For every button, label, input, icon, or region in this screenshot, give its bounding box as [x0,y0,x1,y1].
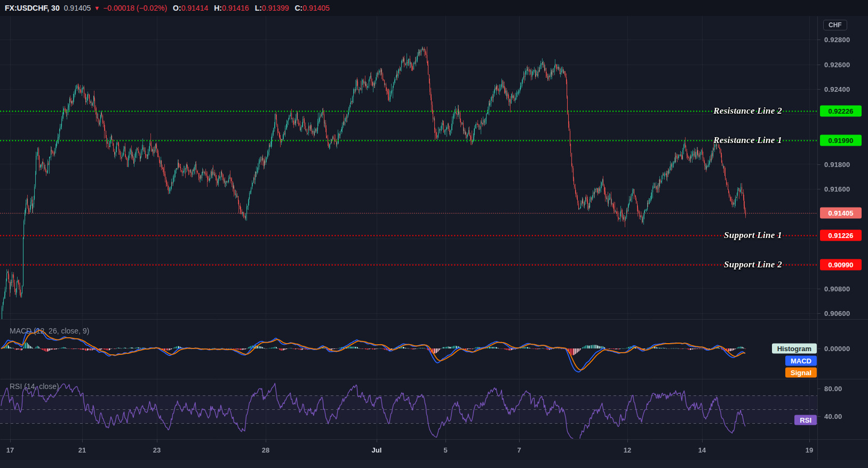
rsi-badge: RSI [794,415,817,425]
time-axis-label: Jul [372,446,382,454]
bottom-strip [0,460,868,468]
macd-badge: MACD [785,356,817,366]
time-axis-label: 28 [262,446,269,454]
price-badge-support-1: 0.91226 [820,230,862,241]
ohlc-close-label: C: [294,4,302,12]
header-bar: FX:USDCHF, 30 0.91405 ▼ −0.00018 (−0.02%… [0,0,868,16]
price-tick-label: 0.91600 [824,185,850,193]
price-tick-label: 0.91800 [824,161,850,169]
macd-title[interactable]: MACD (12, 26, close, 9) [10,327,89,335]
price-badge-resistance-2: 0.92226 [820,105,862,116]
support-line-2-label[interactable]: Support Line 2 [724,259,782,270]
signal-badge: Signal [785,368,817,378]
price-badge-support-2: 0.90990 [820,259,862,271]
rsi-title[interactable]: RSI (14, close) [10,382,59,391]
time-axis-label: 12 [624,446,631,454]
ohlc-high-label: H: [214,4,222,12]
indicator-axis-label: 80.00 [824,385,842,393]
ohlc-low-value: 0.91399 [262,4,289,12]
ohlc-high-value: 0.91416 [222,4,249,12]
support-line-1-label[interactable]: Support Line 1 [724,230,782,241]
histogram-badge: Histogram [772,344,817,354]
price-tick-label: 0.92800 [824,36,850,44]
time-axis-label: 14 [698,446,706,454]
price-tick-label: 0.92600 [824,61,850,69]
time-axis-label: 7 [517,446,521,454]
indicator-axis-label: 40.00 [824,413,842,421]
ohlc-high: H:0.91416 [214,4,249,12]
ohlc-close-value: 0.91405 [302,4,330,12]
ohlc-low-label: L: [255,4,262,12]
last-price: 0.91405 [64,4,91,12]
indicator-axis-label: 0.00000 [824,345,850,353]
ohlc-open-label: O: [173,4,181,12]
down-triangle-icon: ▼ [94,5,100,11]
price-tick-label: 0.90600 [824,310,850,318]
ohlc-low: L:0.91399 [255,4,289,12]
price-badge-resistance-1: 0.91990 [820,134,862,146]
ohlc-open-value: 0.91414 [181,4,209,12]
time-axis-label: 5 [443,446,447,454]
time-axis-label: 21 [78,446,86,454]
price-tick-label: 0.90800 [824,285,850,293]
price-change: −0.00018 (−0.02%) [103,4,167,12]
time-axis-label: 23 [153,446,161,454]
symbol-title[interactable]: FX:USDCHF, 30 [5,4,60,12]
time-axis-label: 17 [6,446,14,454]
price-badge-current: 0.91405 [820,208,862,219]
chart-app: FX:USDCHF, 30 0.91405 ▼ −0.00018 (−0.02%… [0,0,868,468]
resistance-line-1-label[interactable]: Resistance Line 1 [713,134,782,145]
price-tick-label: 0.92400 [824,85,850,93]
time-axis-label: 19 [806,446,813,454]
ohlc-close: C:0.91405 [294,4,329,12]
currency-badge[interactable]: CHF [823,20,847,30]
resistance-line-2-label[interactable]: Resistance Line 2 [713,105,782,116]
ohlc-open: O:0.91414 [173,4,208,12]
